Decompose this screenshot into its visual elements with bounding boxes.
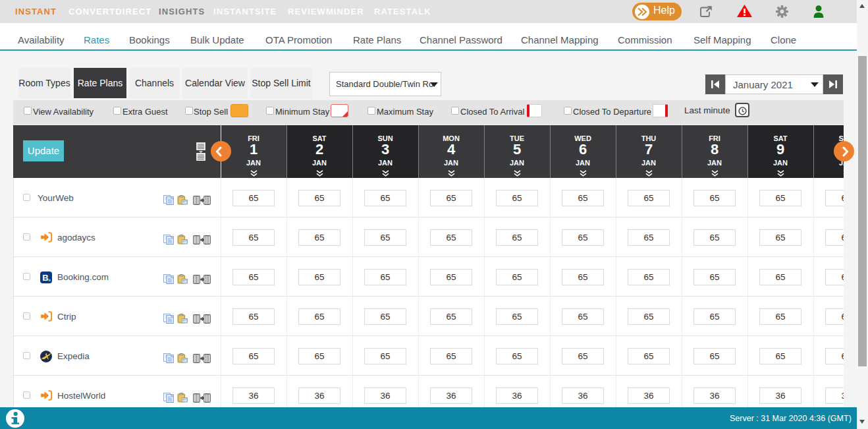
svg-text:B: B [42, 273, 48, 283]
